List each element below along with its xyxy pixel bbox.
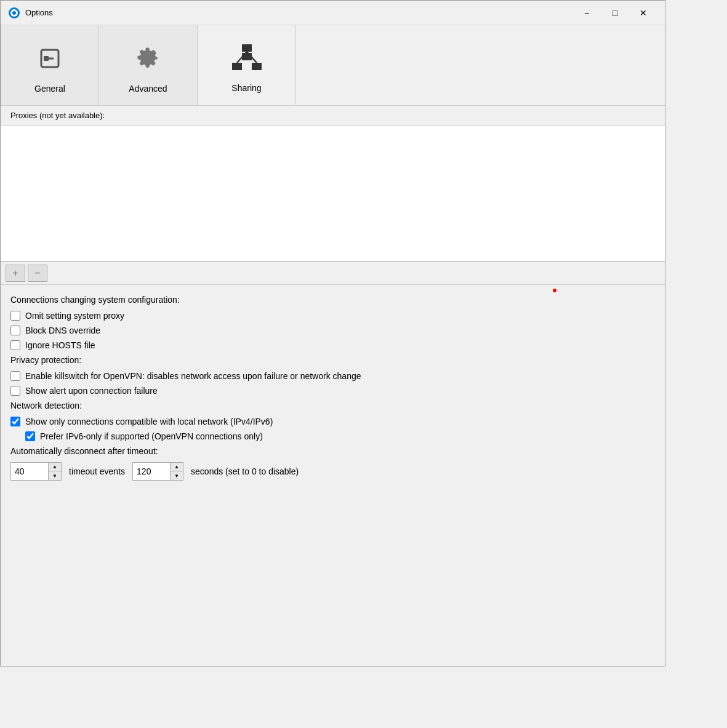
ignore-hosts-item: Ignore HOSTS file [10,340,655,350]
proxies-list [1,126,665,261]
prefer-ipv6-label[interactable]: Prefer IPv6-only if supported (OpenVPN c… [40,431,263,441]
svg-point-2 [12,11,16,15]
killswitch-item: Enable killswitch for OpenVPN: disables … [10,371,655,381]
connections-section: Connections changing system configuratio… [10,295,655,350]
tab-advanced[interactable]: Advanced [99,25,198,105]
block-dns-item: Block DNS override [10,326,655,335]
show-compatible-item: Show only connections compatible with lo… [10,417,655,426]
tab-advanced-label: Advanced [129,84,167,94]
window-title: Options [25,8,572,17]
seconds-label: seconds (set to 0 to disable) [191,466,299,476]
svg-rect-8 [252,63,262,70]
prefer-ipv6-checkbox[interactable] [25,431,35,441]
connections-title: Connections changing system configuratio… [10,295,655,305]
tab-sharing[interactable]: Sharing [198,25,296,105]
maximize-button[interactable]: □ [601,3,629,23]
svg-rect-11 [242,53,252,60]
show-alert-checkbox[interactable] [10,386,20,396]
seconds-input[interactable] [133,463,170,480]
add-proxy-button[interactable]: + [6,265,25,282]
show-compatible-label[interactable]: Show only connections compatible with lo… [25,417,273,426]
omit-proxy-checkbox[interactable] [10,311,20,321]
remove-proxy-button[interactable]: − [28,265,47,282]
show-alert-item: Show alert upon connection failure [10,386,655,396]
show-compatible-checkbox[interactable] [10,417,20,426]
tab-sharing-label: Sharing [231,83,261,93]
timeout-down-button[interactable]: ▼ [49,471,61,480]
timeout-up-button[interactable]: ▲ [49,463,61,471]
seconds-spinner: ▲ ▼ [132,462,183,481]
svg-rect-5 [44,56,49,61]
ignore-hosts-checkbox[interactable] [10,340,20,350]
seconds-down-button[interactable]: ▼ [171,471,183,480]
timeout-spinner-buttons: ▲ ▼ [48,463,61,480]
prefer-ipv6-item: Prefer IPv6-only if supported (OpenVPN c… [25,431,655,441]
tab-general[interactable]: General [1,25,99,105]
privacy-section: Privacy protection: Enable killswitch fo… [10,355,655,396]
privacy-title: Privacy protection: [10,355,655,365]
general-icon [38,44,62,79]
block-dns-checkbox[interactable] [10,326,20,335]
network-title: Network detection: [10,401,655,410]
window-controls: − □ ✕ [572,3,657,23]
timeout-input[interactable] [11,463,48,480]
app-icon [8,7,20,19]
settings-area: Connections changing system configuratio… [1,285,665,490]
gear-icon [134,44,163,79]
timeout-row: ▲ ▼ timeout events ▲ ▼ seconds (set to 0… [10,462,655,481]
ignore-hosts-label[interactable]: Ignore HOSTS file [25,340,95,350]
tab-bar: General Advanced [1,25,665,106]
proxies-toolbar: + − [1,262,665,285]
proxies-header: Proxies (not yet available): [1,106,665,126]
red-dot-indicator [553,289,556,292]
title-bar: Options − □ ✕ [1,1,665,25]
content-area: Proxies (not yet available): + − Connect… [1,106,665,666]
killswitch-label[interactable]: Enable killswitch for OpenVPN: disables … [25,371,361,381]
tab-general-label: General [34,84,65,94]
block-dns-label[interactable]: Block DNS override [25,326,100,335]
killswitch-checkbox[interactable] [10,371,20,381]
timeout-title: Automatically disconnect after timeout: [10,446,655,456]
svg-rect-7 [232,63,242,70]
timeout-events-label: timeout events [69,466,125,476]
minimize-button[interactable]: − [572,3,601,23]
options-window: Options − □ ✕ General [0,0,665,666]
seconds-spinner-buttons: ▲ ▼ [170,463,183,480]
seconds-up-button[interactable]: ▲ [171,463,183,471]
network-section: Network detection: Show only connections… [10,401,655,441]
close-button[interactable]: ✕ [629,3,657,23]
omit-proxy-item: Omit setting system proxy [10,311,655,321]
sharing-icon [230,43,264,78]
omit-proxy-label[interactable]: Omit setting system proxy [25,311,124,321]
svg-rect-6 [242,44,252,52]
proxies-section: Proxies (not yet available): [1,106,665,262]
timeout-section: Automatically disconnect after timeout: … [10,446,655,481]
timeout-spinner: ▲ ▼ [10,462,62,481]
show-alert-label[interactable]: Show alert upon connection failure [25,386,158,396]
